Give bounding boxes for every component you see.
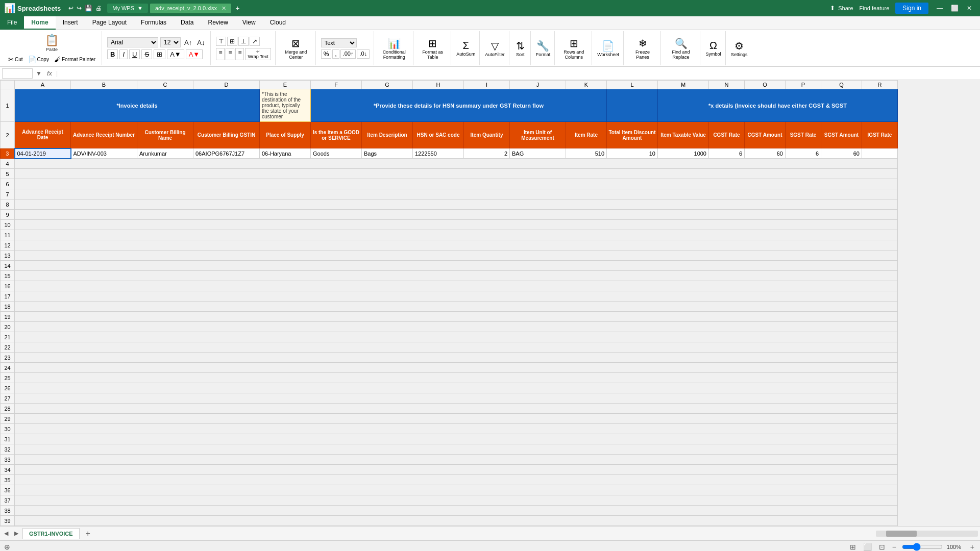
col-header-o[interactable]: O — [745, 81, 786, 89]
col-header-p[interactable]: P — [786, 81, 821, 89]
print-btn[interactable]: 🖨 — [94, 4, 103, 13]
cell-k3[interactable]: 510 — [566, 148, 607, 159]
tab-page-layout[interactable]: Page Layout — [85, 16, 134, 30]
border-btn[interactable]: ⊞ — [154, 49, 165, 59]
cell-f3[interactable]: Goods — [311, 148, 362, 159]
tab-formulas[interactable]: Formulas — [134, 16, 174, 30]
strikethrough-btn[interactable]: S — [141, 49, 152, 59]
align-top-btn[interactable]: ⊤ — [216, 37, 226, 46]
col-header-j[interactable]: J — [510, 81, 566, 89]
cell-n3[interactable]: 6 — [709, 148, 745, 159]
cell-q3[interactable]: 60 — [821, 148, 862, 159]
cell-ref-input[interactable]: A3 — [2, 68, 33, 79]
redo-btn[interactable]: ↪ — [75, 4, 83, 13]
align-bottom-btn[interactable]: ⊥ — [238, 37, 249, 46]
tab-review[interactable]: Review — [201, 16, 235, 30]
italic-btn[interactable]: I — [119, 49, 128, 59]
header-sgst-rate[interactable]: SGST Rate — [786, 122, 821, 148]
maximize-btn[interactable]: ⬜ — [947, 4, 963, 13]
col-header-n[interactable]: N — [709, 81, 745, 89]
sign-in-btn[interactable]: Sign in — [895, 3, 928, 14]
font-size-select[interactable]: 12 — [160, 37, 181, 47]
cell-j3[interactable]: BAG — [510, 148, 566, 159]
doc-tab[interactable]: adv_receipt_v_2.0.0.xlsx ✕ — [150, 4, 231, 13]
wps-tab[interactable]: My WPS ▼ — [107, 4, 148, 13]
freeze-panes-btn[interactable]: ❄ Freeze Panes — [625, 31, 661, 65]
rotate-text-btn[interactable]: ↗ — [250, 37, 260, 46]
find-feature-label[interactable]: Find feature — [860, 5, 890, 11]
cut-btn[interactable]: ✂ Cut — [6, 55, 25, 64]
tab-home[interactable]: Home — [24, 16, 55, 30]
cell-m1[interactable]: *x details (Invoice should have either C… — [658, 89, 898, 122]
column-select-btn[interactable]: ▼ — [35, 70, 43, 77]
tab-view[interactable]: View — [235, 16, 263, 30]
page-layout-btn[interactable]: ⬜ — [862, 542, 873, 552]
comma-btn[interactable]: , — [332, 49, 339, 59]
conditional-formatting-btn[interactable]: 📊 Conditional Formatting — [375, 31, 413, 65]
symbol-btn[interactable]: Ω Symbol — [701, 31, 726, 65]
paste-btn[interactable]: 📋 Paste — [41, 32, 63, 54]
format-btn[interactable]: 🔧 Format — [532, 31, 555, 65]
formula-input[interactable]: 04-01-2019 — [60, 70, 978, 77]
col-header-r[interactable]: R — [862, 81, 898, 89]
close-btn[interactable]: ✕ — [963, 4, 976, 13]
cell-g3[interactable]: Bags — [362, 148, 413, 159]
underline-btn[interactable]: U — [129, 49, 140, 59]
decrease-font-btn[interactable]: A↓ — [195, 38, 206, 47]
undo-btn[interactable]: ↩ — [67, 4, 75, 13]
cell-m3[interactable]: 1000 — [658, 148, 709, 159]
cell-d3[interactable]: 06AIOPG6767J1Z7 — [193, 148, 260, 159]
col-header-h[interactable]: H — [413, 81, 464, 89]
header-customer-billing-name[interactable]: Customer Billing Name — [137, 122, 193, 148]
cell-f1[interactable]: *Provide these details for HSN summary u… — [311, 89, 607, 122]
header-place-of-supply[interactable]: Place of Supply — [260, 122, 311, 148]
col-header-d[interactable]: D — [193, 81, 260, 89]
page-break-btn[interactable]: ⊡ — [877, 542, 887, 552]
header-hsn-sac-code[interactable]: HSN or SAC code — [413, 122, 464, 148]
header-advance-receipt-number[interactable]: Advance Receipt Number — [71, 122, 137, 148]
align-right-btn[interactable]: ≡ — [235, 48, 244, 60]
font-name-select[interactable]: Arial — [107, 37, 158, 47]
align-left-btn[interactable]: ≡ — [216, 48, 225, 60]
increase-font-btn[interactable]: A↑ — [183, 38, 193, 47]
cell-l1[interactable] — [607, 89, 658, 122]
settings-btn[interactable]: ⚙ Settings — [727, 31, 752, 65]
col-header-l[interactable]: L — [607, 81, 658, 89]
merge-group[interactable]: ⊠ Merge and Center — [277, 31, 316, 65]
autosum-btn[interactable]: Σ AutoSum — [452, 31, 480, 65]
rows-columns-btn[interactable]: ⊞ Rows and Columns — [556, 31, 592, 65]
col-header-g[interactable]: G — [362, 81, 413, 89]
prev-sheet-btn[interactable]: ◀ — [2, 529, 10, 538]
header-taxable-value[interactable]: Item Taxable Value — [658, 122, 709, 148]
cell-h3[interactable]: 1222550 — [413, 148, 464, 159]
zoom-slider[interactable] — [902, 544, 943, 549]
format-as-table-btn[interactable]: ⊞ Format as Table — [414, 31, 451, 65]
fill-color-btn[interactable]: A▼ — [167, 49, 184, 59]
file-tab[interactable]: File — [0, 16, 24, 30]
header-item-rate[interactable]: Item Rate — [566, 122, 607, 148]
header-item-quantity[interactable]: Item Quantity — [464, 122, 510, 148]
col-header-a[interactable]: A — [15, 81, 71, 89]
number-format-select[interactable]: Text — [321, 38, 357, 47]
col-header-c[interactable]: C — [137, 81, 193, 89]
cell-i3[interactable]: 2 — [464, 148, 510, 159]
add-sheet-btn[interactable]: + — [82, 528, 94, 539]
zoom-out-btn[interactable]: − — [891, 542, 898, 552]
decrease-decimal-btn[interactable]: .0↓ — [357, 49, 370, 59]
header-item-uom[interactable]: Item Unit of Measurement — [510, 122, 566, 148]
header-cgst-amount[interactable]: CGST Amount — [745, 122, 786, 148]
font-color-btn[interactable]: A▼ — [186, 49, 203, 59]
find-replace-btn[interactable]: 🔍 Find and Replace — [662, 31, 700, 65]
autofilter-btn[interactable]: ▽ AutoFilter — [481, 31, 509, 65]
cell-e1[interactable]: *This is the destination of the product,… — [260, 89, 311, 122]
tab-data[interactable]: Data — [174, 16, 201, 30]
wrap-text-btn[interactable]: ↵ Wrap Text — [245, 48, 271, 60]
header-good-or-service[interactable]: Is the item a GOOD or SERVICE — [311, 122, 362, 148]
share-label[interactable]: Share — [838, 5, 853, 11]
col-header-m[interactable]: M — [658, 81, 709, 89]
add-tab-btn[interactable]: + — [231, 3, 243, 14]
col-header-q[interactable]: Q — [821, 81, 862, 89]
minimize-btn[interactable]: — — [933, 4, 947, 13]
header-customer-billing-gstin[interactable]: Customer Billing GSTIN — [193, 122, 260, 148]
col-header-b[interactable]: B — [71, 81, 137, 89]
